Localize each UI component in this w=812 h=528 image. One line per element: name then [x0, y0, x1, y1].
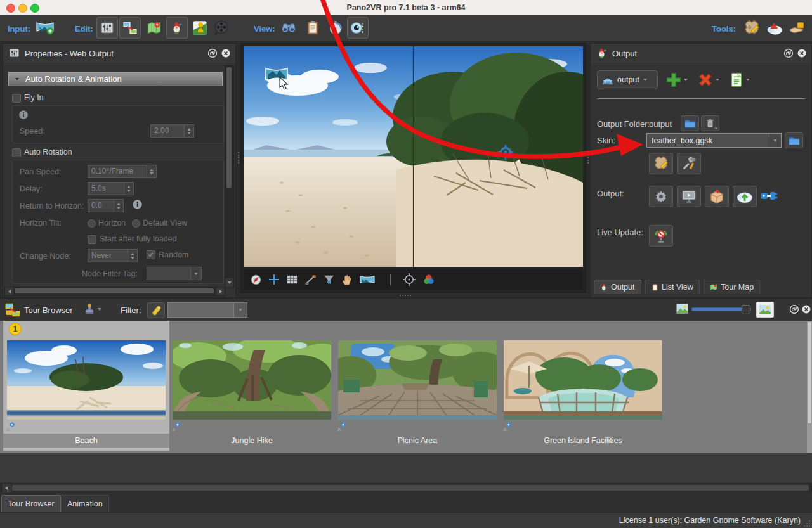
open-folder-button[interactable]: [681, 115, 699, 131]
view-cone-icon[interactable]: [323, 274, 335, 286]
panorama-icon[interactable]: [360, 274, 375, 285]
timing-button[interactable]: [325, 17, 346, 39]
tour-browser-panel-button[interactable]: [119, 17, 141, 39]
panorama-thumbnail[interactable]: [504, 340, 662, 420]
default-view-radio[interactable]: [132, 219, 140, 228]
horizon-radio[interactable]: [88, 219, 96, 228]
output-log-button[interactable]: [729, 72, 750, 88]
slider-handle[interactable]: [742, 305, 750, 314]
panorama-viewport[interactable]: [244, 46, 583, 267]
tour-browser-hscrollbar[interactable]: [1, 483, 812, 493]
crosshair-icon[interactable]: [268, 274, 280, 285]
color-channels-icon[interactable]: [422, 273, 435, 286]
open-skin-button[interactable]: [785, 132, 803, 148]
delay-spinbox[interactable]: 5.0s: [88, 182, 134, 195]
large-thumbnails-icon[interactable]: [756, 302, 774, 318]
splitter-handle[interactable]: [237, 152, 240, 164]
properties-panel-header[interactable]: Properties - Web Output: [3, 44, 235, 63]
tour-node-picnic-area[interactable]: Picnic Area: [334, 321, 501, 451]
level-tilt-icon[interactable]: [304, 274, 317, 286]
float-panel-icon[interactable]: [789, 304, 799, 314]
pan-hand-icon[interactable]: [341, 274, 353, 286]
properties-vscrollbar[interactable]: [225, 65, 234, 287]
add-output-button[interactable]: [665, 72, 688, 88]
pan-speed-combo[interactable]: 0.10°/Frame: [88, 165, 157, 178]
tab-list-view[interactable]: List View: [645, 280, 700, 294]
dropdown-caret-icon[interactable]: [233, 303, 247, 317]
scrollbar-thumb[interactable]: [15, 288, 214, 293]
skin-components-button[interactable]: [677, 153, 701, 174]
clean-folder-button[interactable]: [701, 115, 719, 131]
spinner-arrows-icon[interactable]: [128, 249, 138, 262]
connect-plugin-button[interactable]: [761, 190, 778, 202]
panorama-thumbnail[interactable]: [173, 340, 331, 420]
section-auto-rotation-animation[interactable]: Auto Rotation & Animation: [8, 72, 223, 86]
tab-animation[interactable]: Animation: [61, 495, 109, 512]
delete-output-button[interactable]: [697, 72, 719, 88]
random-checkbox[interactable]: [147, 250, 155, 259]
panorama-thumbnail[interactable]: [7, 340, 166, 420]
splitter-handle[interactable]: [400, 294, 411, 297]
tour-map-panel-button[interactable]: [143, 17, 165, 39]
viewing-parameters-button[interactable]: [347, 17, 369, 39]
spinner-arrows-icon[interactable]: [185, 124, 194, 138]
add-panorama-button[interactable]: [34, 17, 56, 39]
dropdown-caret-icon[interactable]: [191, 267, 202, 280]
scroll-down-icon[interactable]: [225, 278, 233, 287]
scroll-right-icon[interactable]: [216, 287, 225, 295]
small-thumbnails-icon[interactable]: [676, 304, 688, 314]
splitter-handle[interactable]: [587, 152, 589, 164]
speed-spinbox[interactable]: 2.00: [150, 124, 194, 138]
node-marker-menu-button[interactable]: [84, 303, 102, 316]
float-panel-icon[interactable]: [207, 48, 218, 58]
street-view-button[interactable]: [189, 17, 211, 39]
filter-combo[interactable]: [167, 302, 247, 318]
fly-in-checkbox[interactable]: [12, 94, 21, 103]
output-settings-button[interactable]: [649, 186, 673, 207]
tab-tour-browser[interactable]: Tour Browser: [1, 495, 61, 512]
close-panel-icon[interactable]: [797, 48, 807, 58]
skin-combo[interactable]: feather_box.ggsk: [646, 133, 782, 148]
close-panel-icon[interactable]: [801, 304, 811, 314]
open-in-browser-button[interactable]: [677, 186, 701, 207]
edit-skin-button[interactable]: [649, 153, 673, 174]
skin-editor-tool-button[interactable]: [741, 17, 763, 39]
scrollbar-thumb[interactable]: [12, 485, 809, 491]
scroll-left-icon[interactable]: [2, 484, 11, 493]
node-filter-tag-combo[interactable]: [147, 267, 202, 280]
change-node-combo[interactable]: Never: [88, 249, 138, 262]
tab-tour-map[interactable]: Tour Map: [704, 280, 760, 294]
center-target-icon[interactable]: [402, 273, 416, 287]
output-panel-button[interactable]: [166, 17, 188, 39]
find-button[interactable]: [278, 17, 299, 39]
start-after-loaded-checkbox[interactable]: [88, 235, 96, 244]
info-icon[interactable]: [132, 199, 143, 210]
list-view-button[interactable]: [302, 17, 324, 39]
spinner-arrows-icon[interactable]: [124, 182, 134, 195]
float-panel-icon[interactable]: [783, 48, 794, 58]
tab-output[interactable]: Output: [594, 280, 641, 294]
publish-button[interactable]: [787, 17, 808, 39]
package-output-button[interactable]: [705, 186, 729, 207]
info-icon[interactable]: [18, 110, 29, 120]
live-update-toggle-button[interactable]: [649, 225, 673, 247]
tour-node-beach[interactable]: 1 Beach: [3, 321, 169, 451]
output-panel-header[interactable]: Output: [591, 44, 811, 63]
resize-grip[interactable]: [803, 520, 811, 527]
output-config-selector[interactable]: output: [597, 70, 658, 89]
properties-hscrollbar[interactable]: [4, 287, 225, 296]
gnome-cloud-button[interactable]: [764, 17, 785, 39]
north-compass-icon[interactable]: [250, 274, 262, 286]
auto-rotation-checkbox[interactable]: [12, 148, 21, 157]
scrollbar-thumb[interactable]: [226, 67, 232, 188]
tour-node-jungle-hike[interactable]: Jungle Hike: [169, 321, 335, 451]
tour-browser-vscrollbar[interactable]: [807, 321, 812, 453]
thumbnail-size-slider[interactable]: [691, 307, 751, 311]
spinner-arrows-icon[interactable]: [147, 165, 157, 178]
scroll-left-icon[interactable]: [5, 287, 13, 295]
panorama-thumbnail[interactable]: [338, 340, 497, 420]
tour-node-green-island-facilities[interactable]: Green Island Facilities: [500, 321, 666, 451]
scrollbar-thumb[interactable]: [808, 322, 811, 423]
target-hotspot-icon[interactable]: [496, 143, 515, 162]
return-to-horizon-spinbox[interactable]: 0.0: [88, 199, 124, 212]
